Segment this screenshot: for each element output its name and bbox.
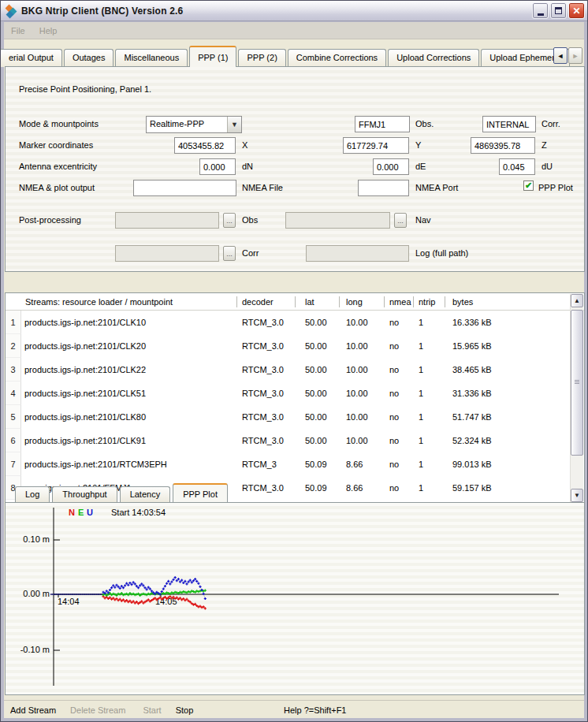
y-coordinate-field[interactable]: 617729.74 xyxy=(343,137,409,154)
cell: no xyxy=(384,436,413,445)
tab-ppp-1[interactable]: PPP (1) xyxy=(189,46,236,67)
post-corr-field[interactable] xyxy=(115,245,219,262)
row-number: 1 xyxy=(6,311,21,334)
cell: products.igs-ip.net:2101/CLK91 xyxy=(21,436,236,445)
cell: 1 xyxy=(413,341,445,351)
ppp-plot-label: PPP Plot xyxy=(538,183,573,192)
cell: RTCM_3.0 xyxy=(236,341,295,351)
table-scrollbar[interactable]: ▲ ▼ xyxy=(570,294,583,502)
tab-throughput[interactable]: Throughput xyxy=(52,486,117,502)
header-lat: lat xyxy=(295,293,339,311)
cell: 50.00 xyxy=(295,365,339,374)
header-ntrip: ntrip xyxy=(413,293,445,311)
cell: 10.00 xyxy=(339,389,384,398)
mode-value: Realtime-PPP xyxy=(147,117,227,132)
window-frame: File Help erial OutputOutagesMiscellaneo… xyxy=(4,22,584,718)
cell: 16.336 kB xyxy=(445,318,571,327)
scrollbar-thumb[interactable] xyxy=(571,310,583,456)
cell: no xyxy=(384,389,413,398)
nmea-file-field[interactable] xyxy=(133,180,236,196)
tab-outages[interactable]: Outages xyxy=(64,49,114,67)
de-field[interactable]: 0.000 xyxy=(373,158,409,175)
header-bytes: bytes xyxy=(445,293,584,311)
post-nav-browse-button[interactable]: ... xyxy=(394,213,407,228)
chevron-down-icon[interactable]: ▼ xyxy=(227,117,241,132)
cell: no xyxy=(384,341,413,351)
nmea-port-label: NMEA Port xyxy=(415,183,458,192)
header-streams: Streams: resource loader / mountpoint xyxy=(6,293,236,311)
marker-label: Marker coordinates xyxy=(19,140,93,150)
tab-miscellaneous[interactable]: Miscellaneous xyxy=(115,49,188,67)
cell: 52.324 kB xyxy=(445,436,571,445)
delete-stream-button[interactable]: Delete Stream xyxy=(70,705,125,715)
cell: 51.747 kB xyxy=(445,412,571,422)
close-button[interactable]: ✕ xyxy=(568,2,585,19)
add-stream-button[interactable]: Add Stream xyxy=(10,705,56,715)
post-log-label: Log (full path) xyxy=(415,248,468,258)
obs-mountpoint-field[interactable]: FFMJ1 xyxy=(355,116,410,132)
post-obs-field[interactable] xyxy=(115,212,219,229)
row-number: 5 xyxy=(6,405,21,429)
stream-row-7[interactable]: 7products.igs-ip.net:2101/RTCM3EPHRTCM_3… xyxy=(6,452,571,476)
tab-latency[interactable]: Latency xyxy=(120,486,171,502)
du-field[interactable]: 0.045 xyxy=(499,158,535,175)
client-area: erial OutputOutagesMiscellaneousPPP (1)P… xyxy=(4,39,584,719)
cell: RTCM_3.0 xyxy=(236,436,295,445)
dn-field[interactable]: 0.000 xyxy=(199,158,236,175)
cell: 1 xyxy=(413,460,445,469)
cell: RTCM_3.0 xyxy=(236,365,295,374)
tab-ppp-2[interactable]: PPP (2) xyxy=(238,49,285,67)
corr-mountpoint-field[interactable]: INTERNAL xyxy=(482,116,536,132)
tab-erial-output[interactable]: erial Output xyxy=(0,49,62,67)
mode-combobox[interactable]: Realtime-PPP ▼ xyxy=(146,116,242,133)
minimize-button[interactable] xyxy=(532,2,549,19)
tab-combine-corrections[interactable]: Combine Corrections xyxy=(288,49,386,67)
cell: RTCM_3.0 xyxy=(236,483,295,493)
menu-help[interactable]: Help xyxy=(32,26,65,35)
panel-heading: Precise Point Positioning, Panel 1. xyxy=(19,84,151,94)
nmea-port-field[interactable] xyxy=(358,180,409,196)
scroll-up-icon[interactable]: ▲ xyxy=(571,294,583,307)
row-number: 4 xyxy=(6,381,21,405)
stream-row-6[interactable]: 6products.igs-ip.net:2101/CLK91RTCM_3.05… xyxy=(6,429,571,452)
post-corr-browse-button[interactable]: ... xyxy=(223,246,236,261)
cell: 1 xyxy=(413,365,445,374)
tab-log[interactable]: Log xyxy=(15,486,50,502)
cell: 31.336 kB xyxy=(445,389,571,398)
nmea-label: NMEA & plot output xyxy=(19,183,95,192)
menu-file[interactable]: File xyxy=(4,26,32,35)
cell: no xyxy=(384,318,413,327)
z-coordinate-field[interactable]: 4869395.78 xyxy=(471,137,535,154)
stream-row-3[interactable]: 3products.igs-ip.net:2101/CLK22RTCM_3.05… xyxy=(6,358,571,381)
stream-row-1[interactable]: 1products.igs-ip.net:2101/CLK10RTCM_3.05… xyxy=(6,311,571,334)
status-bar: Add StreamDelete StreamStartStop Help ?=… xyxy=(4,700,584,719)
top-tab-strip: erial OutputOutagesMiscellaneousPPP (1)P… xyxy=(4,46,584,67)
cell: no xyxy=(384,365,413,374)
maximize-button[interactable] xyxy=(550,2,567,19)
cell: RTCM_3 xyxy=(236,460,295,469)
post-log-field[interactable] xyxy=(306,245,409,262)
cell: 50.09 xyxy=(295,483,339,493)
x-coordinate-field[interactable]: 4053455.82 xyxy=(174,137,236,154)
tab-ppp-plot[interactable]: PPP Plot xyxy=(173,483,228,502)
post-obs-label: Obs xyxy=(242,215,258,225)
cell: products.igs-ip.net:2101/CLK22 xyxy=(21,365,236,374)
tab-scroll-left-icon[interactable]: ◄ xyxy=(553,47,568,64)
z-label: Z xyxy=(541,140,547,150)
du-label: dU xyxy=(541,162,553,171)
stream-row-5[interactable]: 5products.igs-ip.net:2101/CLK80RTCM_3.05… xyxy=(6,405,571,429)
tab-scroll-right-icon[interactable]: ► xyxy=(568,47,582,64)
tab-upload-corrections[interactable]: Upload Corrections xyxy=(388,49,479,67)
stop-button[interactable]: Stop xyxy=(176,705,194,715)
cell: products.igs-ip.net:2101/CLK51 xyxy=(21,389,236,398)
cell: 10.00 xyxy=(339,365,384,374)
stream-row-2[interactable]: 2products.igs-ip.net:2101/CLK20RTCM_3.05… xyxy=(6,334,571,358)
ppp-plot-checkbox[interactable]: ✔ xyxy=(523,180,534,191)
post-nav-field[interactable] xyxy=(285,212,390,229)
post-obs-browse-button[interactable]: ... xyxy=(223,213,236,228)
stream-row-4[interactable]: 4products.igs-ip.net:2101/CLK51RTCM_3.05… xyxy=(6,381,571,405)
header-nmea: nmea xyxy=(384,293,413,311)
start-button[interactable]: Start xyxy=(143,705,161,715)
scroll-down-icon[interactable]: ▼ xyxy=(571,489,583,502)
cell: products.igs-ip.net:2101/CLK20 xyxy=(21,341,236,351)
